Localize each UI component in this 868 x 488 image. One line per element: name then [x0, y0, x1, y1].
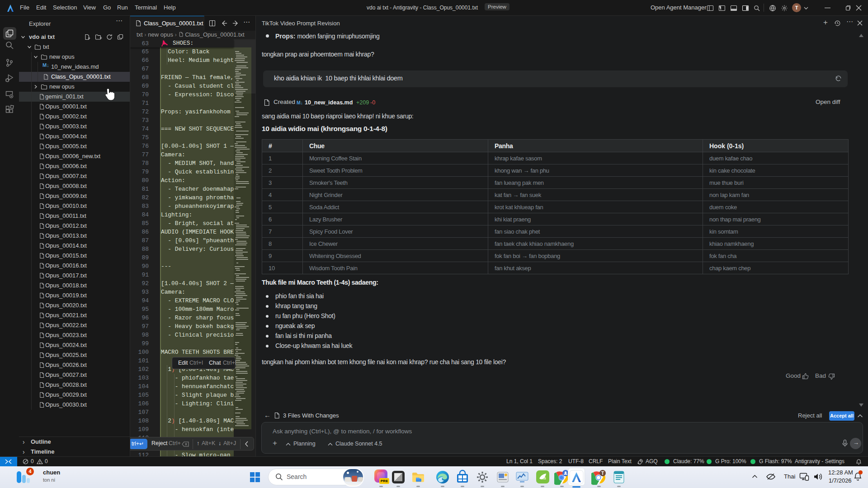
svg-text:T: T: [601, 471, 604, 476]
